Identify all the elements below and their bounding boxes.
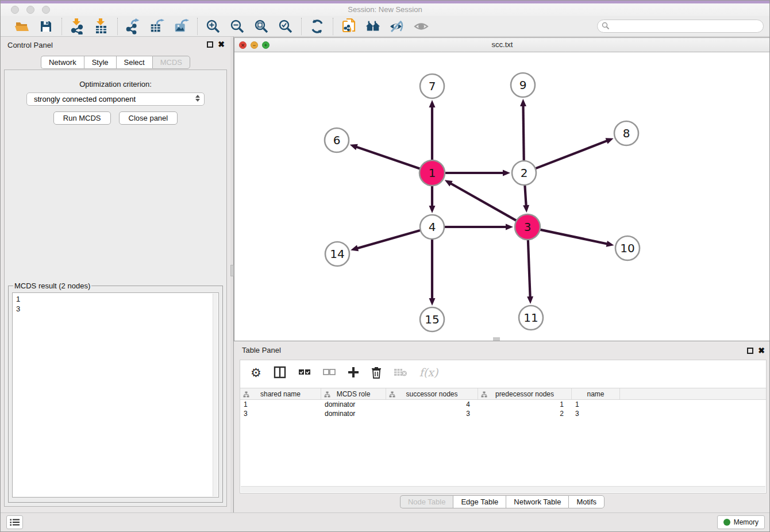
canvas-splitter-grip[interactable] bbox=[493, 337, 500, 341]
node-label-6: 6 bbox=[333, 133, 341, 147]
mcds-result-title: MCDS result (2 nodes) bbox=[13, 282, 91, 290]
edge-2-9[interactable] bbox=[523, 105, 523, 161]
cell-MCDS-role[interactable]: dominator bbox=[321, 400, 386, 409]
column-header-predecessor-nodes[interactable]: predecessor nodes bbox=[478, 388, 572, 399]
table-header-row: shared nameMCDS rolesuccessor nodesprede… bbox=[240, 388, 766, 400]
tab-edge-table[interactable]: Edge Table bbox=[453, 495, 506, 508]
float-table-panel-icon[interactable] bbox=[747, 348, 753, 354]
export-table-icon[interactable] bbox=[149, 18, 165, 34]
tab-select[interactable]: Select bbox=[116, 56, 152, 69]
first-neighbors-icon[interactable] bbox=[365, 18, 381, 34]
delete-column-icon[interactable] bbox=[371, 367, 382, 379]
edge-arrowhead bbox=[429, 100, 436, 107]
network-view-window: ✕ − + scc.txt 7968124314101511 bbox=[234, 37, 770, 341]
show-column-icon[interactable] bbox=[274, 366, 286, 379]
network-view-titlebar[interactable]: ✕ − + scc.txt bbox=[234, 38, 770, 52]
hide-selected-icon[interactable] bbox=[389, 18, 405, 34]
column-header-successor-nodes[interactable]: successor nodes bbox=[386, 388, 478, 399]
node-label-10: 10 bbox=[620, 241, 634, 255]
mcds-result-list[interactable]: 13 bbox=[12, 292, 219, 498]
cell-successor-nodes[interactable]: 3 bbox=[386, 409, 478, 418]
mcds-panel: Optimization criterion: strongly connect… bbox=[4, 70, 227, 507]
cell-successor-nodes[interactable]: 4 bbox=[386, 400, 478, 409]
apply-layout-icon[interactable] bbox=[309, 18, 325, 34]
edge-arrowhead bbox=[606, 241, 614, 247]
column-header-name[interactable]: name bbox=[572, 388, 620, 399]
show-all-icon[interactable] bbox=[413, 18, 429, 34]
cell-predecessor-nodes[interactable]: 1 bbox=[478, 400, 572, 409]
zoom-out-icon[interactable] bbox=[229, 18, 245, 34]
cell-shared-name[interactable]: 1 bbox=[240, 400, 321, 409]
cell-shared-name[interactable]: 3 bbox=[240, 409, 321, 418]
import-table-icon[interactable] bbox=[94, 18, 110, 34]
network-canvas[interactable]: 7968124314101511 bbox=[234, 53, 770, 341]
zoom-in-icon[interactable] bbox=[205, 18, 221, 34]
node-label-15: 15 bbox=[425, 313, 439, 326]
table-row[interactable]: 1dominator411 bbox=[240, 400, 766, 409]
edge-4-14[interactable] bbox=[357, 230, 421, 249]
tab-motifs[interactable]: Motifs bbox=[568, 495, 605, 508]
criterion-select[interactable]: strongly connected component bbox=[26, 92, 205, 106]
table-row[interactable]: 3dominator323 bbox=[240, 409, 766, 418]
node-label-9: 9 bbox=[519, 78, 527, 92]
node-label-2: 2 bbox=[521, 166, 528, 180]
cell-name[interactable]: 1 bbox=[572, 400, 620, 409]
close-table-panel-icon[interactable]: ✖ bbox=[758, 348, 765, 354]
add-column-icon[interactable] bbox=[348, 367, 359, 378]
edge-2-8[interactable] bbox=[536, 141, 608, 169]
memory-button[interactable]: Memory bbox=[717, 515, 765, 529]
result-scrollbar[interactable] bbox=[213, 294, 218, 496]
network-graph[interactable]: 7968124314101511 bbox=[234, 53, 770, 341]
tab-style[interactable]: Style bbox=[84, 56, 116, 69]
save-session-icon[interactable] bbox=[38, 18, 54, 34]
new-network-icon[interactable] bbox=[341, 18, 357, 34]
node-label-1: 1 bbox=[429, 166, 436, 180]
edge-2-3[interactable] bbox=[525, 185, 526, 206]
result-line: 1 bbox=[16, 294, 218, 304]
edge-arrowhead bbox=[503, 170, 510, 176]
edge-arrowhead bbox=[429, 206, 436, 213]
tab-network-table[interactable]: Network Table bbox=[506, 495, 568, 508]
cell-MCDS-role[interactable]: dominator bbox=[321, 409, 386, 418]
cell-name[interactable]: 3 bbox=[572, 409, 620, 418]
search-input[interactable] bbox=[597, 20, 764, 33]
cell-predecessor-nodes[interactable]: 2 bbox=[478, 409, 572, 418]
open-file-icon[interactable] bbox=[14, 18, 30, 34]
column-label: predecessor nodes bbox=[495, 390, 554, 398]
tab-mcds[interactable]: MCDS bbox=[152, 56, 190, 69]
float-panel-icon[interactable] bbox=[207, 41, 213, 48]
zoom-fit-icon[interactable] bbox=[253, 18, 270, 34]
node-table: shared nameMCDS rolesuccessor nodesprede… bbox=[240, 388, 766, 418]
tab-node-table[interactable]: Node Table bbox=[400, 495, 453, 508]
edge-arrowhead bbox=[606, 138, 614, 144]
network-view-title: scc.txt bbox=[234, 40, 770, 49]
delete-table-icon bbox=[394, 367, 407, 377]
titlebar: Session: New Session bbox=[1, 3, 769, 16]
edge-3-1[interactable] bbox=[450, 183, 517, 221]
close-panel-icon[interactable]: ✖ bbox=[218, 41, 225, 48]
function-builder-icon: f(x) bbox=[419, 366, 438, 379]
column-label: successor nodes bbox=[406, 390, 457, 398]
deselect-all-icon[interactable] bbox=[323, 368, 336, 376]
export-network-icon[interactable] bbox=[125, 18, 141, 34]
export-image-icon[interactable] bbox=[174, 18, 190, 34]
select-all-icon[interactable] bbox=[298, 368, 311, 376]
table-hscrollbar[interactable] bbox=[241, 486, 765, 492]
search-field[interactable] bbox=[597, 20, 764, 33]
zoom-selected-icon[interactable] bbox=[278, 18, 294, 34]
select-stepper-icon bbox=[195, 95, 200, 102]
import-network-icon[interactable] bbox=[70, 18, 86, 34]
tree-column-icon bbox=[389, 391, 395, 399]
tab-network[interactable]: Network bbox=[41, 56, 84, 69]
table-settings-icon[interactable]: ⚙ bbox=[251, 367, 261, 379]
run-mcds-button[interactable]: Run MCDS bbox=[53, 111, 111, 125]
close-panel-button[interactable]: Close panel bbox=[119, 111, 178, 125]
column-header-MCDS-role[interactable]: MCDS role bbox=[321, 388, 386, 399]
edge-3-11[interactable] bbox=[528, 240, 530, 298]
edge-1-6[interactable] bbox=[356, 147, 420, 168]
task-history-button[interactable] bbox=[6, 515, 23, 529]
column-header-shared-name[interactable]: shared name bbox=[240, 388, 321, 399]
edge-3-10[interactable] bbox=[540, 230, 608, 244]
control-panel-title: Control Panel bbox=[7, 41, 53, 49]
column-label: shared name bbox=[260, 390, 301, 398]
